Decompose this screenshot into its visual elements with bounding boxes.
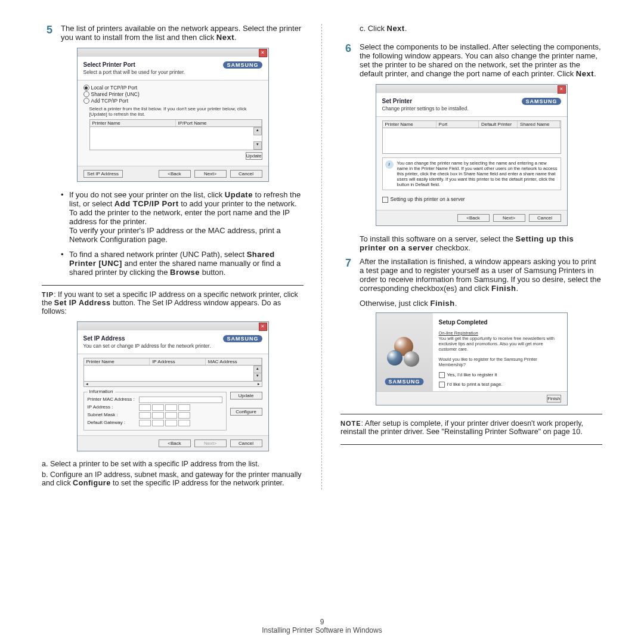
testpage-checkbox[interactable] (439, 382, 445, 388)
set-ip-address-button[interactable]: Set IP Address (83, 170, 123, 178)
register-checkbox[interactable] (439, 372, 445, 378)
step-6-number: 6 (340, 42, 351, 78)
cancel-button[interactable]: Cancel (230, 439, 262, 447)
server-checkbox[interactable] (382, 197, 388, 203)
bullet-unc: To find a shared network printer (UNC Pa… (64, 250, 304, 277)
samsung-logo: SAMSUNG (223, 61, 262, 69)
radio-local-tcpip[interactable] (83, 85, 89, 91)
scroll-up-icon[interactable]: ▴ (253, 127, 262, 135)
step-5-number: 5 (42, 24, 52, 42)
update-button[interactable]: Update (246, 152, 262, 160)
info-icon: i (385, 160, 394, 169)
back-button[interactable]: <Back (159, 170, 191, 178)
radio-add-tcpip[interactable] (83, 98, 89, 104)
finish-button[interactable]: Finish (547, 395, 561, 402)
substep-c: c. Click Next. (360, 24, 602, 33)
step-7-text: After the installation is finished, a wi… (360, 257, 602, 293)
dialog-setup-completed: SAMSUNG Setup Completed On-line Registra… (376, 312, 568, 405)
page-footer: 9 Installing Printer Software in Windows (0, 618, 644, 634)
next-button[interactable]: Next> (194, 170, 227, 178)
tip-text: TIP: If you want to set a specific IP ad… (42, 290, 304, 315)
samsung-logo: SAMSUNG (522, 98, 561, 105)
server-note: To install this software on a server, se… (360, 234, 602, 252)
step-6-text: Select the components to be installed. A… (360, 42, 602, 78)
next-button: Next> (194, 439, 227, 447)
dialog-set-ip-address: × Set IP Address You can set or change I… (77, 321, 269, 451)
substep-b: b. Configure an IP address, subnet mask,… (42, 470, 304, 487)
next-button[interactable]: Next> (493, 214, 525, 222)
samsung-logo: SAMSUNG (223, 335, 262, 342)
cancel-button[interactable]: Cancel (230, 170, 262, 178)
close-icon[interactable]: × (259, 49, 267, 57)
back-button[interactable]: <Back (457, 214, 490, 222)
samsung-logo: SAMSUNG (385, 378, 423, 385)
configure-button[interactable]: Configure (230, 408, 262, 416)
note-text: NOTE: After setup is complete, if your p… (340, 419, 602, 436)
back-button[interactable]: <Back (159, 439, 191, 447)
dialog-set-printer: × Set Printer Change printer settings to… (376, 84, 568, 226)
dialog-select-printer-port: × Select Printer Port Select a port that… (77, 48, 269, 182)
close-icon[interactable]: × (259, 323, 267, 331)
substep-a: a. Select a printer to be set with a spe… (42, 460, 304, 468)
cancel-button[interactable]: Cancel (529, 214, 561, 222)
step-5-text: The list of printers available on the ne… (61, 24, 304, 42)
bullet-update: If you do not see your printer on the li… (64, 190, 304, 244)
step-7-number: 7 (340, 257, 351, 293)
close-icon[interactable]: × (558, 85, 566, 94)
info-box: i You can change the printer name by sel… (382, 157, 561, 190)
otherwise-text: Otherwise, just click Finish. (360, 299, 602, 308)
scroll-down-icon[interactable]: ▾ (253, 373, 262, 381)
update-button[interactable]: Update (230, 392, 262, 400)
radio-shared-unc[interactable] (83, 91, 89, 97)
scroll-down-icon[interactable]: ▾ (253, 141, 262, 150)
